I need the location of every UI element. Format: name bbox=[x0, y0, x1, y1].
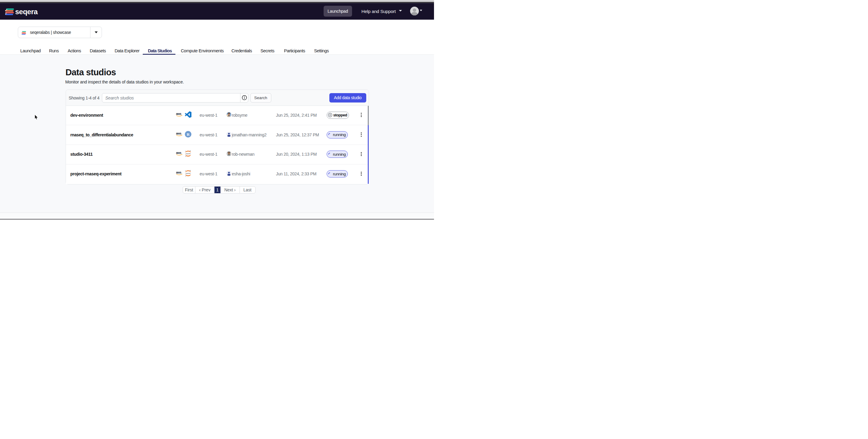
svg-text:aws: aws bbox=[176, 152, 182, 155]
svg-text:aws: aws bbox=[176, 171, 182, 174]
svg-text:aws: aws bbox=[176, 112, 182, 115]
svg-text:jupyter: jupyter bbox=[185, 153, 190, 155]
svg-text:aws: aws bbox=[176, 132, 182, 135]
svg-text:R: R bbox=[187, 132, 190, 136]
svg-text:jupyter: jupyter bbox=[185, 173, 190, 175]
